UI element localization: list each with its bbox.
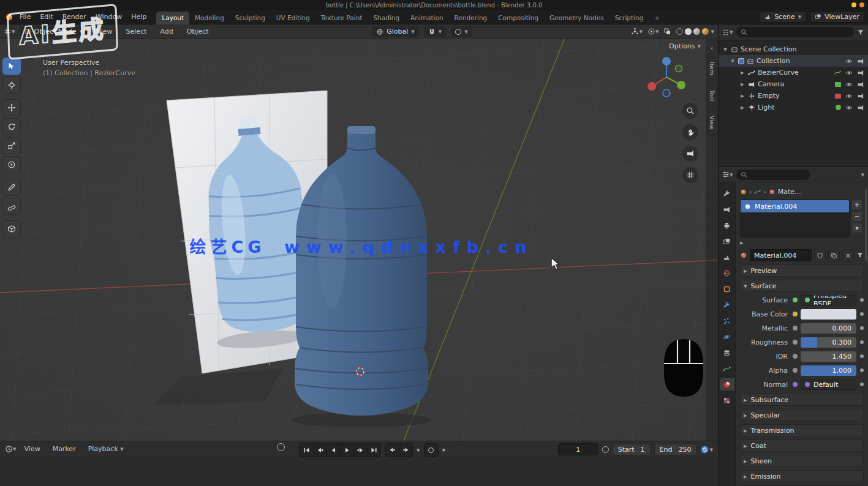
tab-constraints[interactable] <box>720 346 734 359</box>
base-color-swatch[interactable] <box>801 309 856 320</box>
expander-icon[interactable]: ▾ <box>722 45 728 53</box>
properties-scrollbar[interactable] <box>865 189 867 262</box>
tab-view-layer[interactable] <box>720 235 734 247</box>
viewlayer-selector[interactable]: ViewLayer <box>810 11 864 23</box>
material-slot-list[interactable]: Material.004 <box>740 200 850 237</box>
workspace-tab-sculpting[interactable]: Sculpting <box>230 12 271 24</box>
shading-material-button[interactable] <box>693 28 700 35</box>
play-reverse-button[interactable] <box>326 444 340 456</box>
hide-viewport-eye-icon[interactable] <box>845 92 853 100</box>
workspace-tab-animation[interactable]: Animation <box>405 12 449 24</box>
surface-shader-button[interactable]: Principled BSDF <box>801 295 856 305</box>
frame-jump-dropdown[interactable]: ▾ <box>417 446 420 454</box>
hide-viewport-eye-icon[interactable] <box>845 58 853 65</box>
fake-user-button[interactable] <box>814 250 826 261</box>
outliner-row-camera[interactable]: ▸ Camera <box>719 78 868 90</box>
tab-texture[interactable] <box>720 394 734 406</box>
keyframe-insert-icon[interactable] <box>602 446 609 453</box>
panel-emission[interactable]: ▸Emission <box>740 470 864 482</box>
viewport-canvas[interactable]: User Perspective (1) Collection | Bezier… <box>0 39 718 441</box>
tab-render[interactable] <box>720 203 734 215</box>
sidebar-tab-item[interactable]: Item <box>707 57 717 80</box>
window-button-close[interactable] <box>859 2 864 7</box>
viewport-menu-select[interactable]: Select <box>121 26 151 37</box>
alpha-slider[interactable]: 1.000 <box>801 365 856 376</box>
outliner-row-beziercurve[interactable]: ▸ BezierCurve <box>719 67 868 78</box>
frame-forward-button[interactable] <box>399 444 412 456</box>
tab-tool[interactable] <box>720 187 734 200</box>
duplicate-material-button[interactable] <box>828 250 840 261</box>
viewport-menu-object[interactable]: Object <box>183 26 213 37</box>
outliner-filter-icon[interactable] <box>857 29 864 36</box>
disable-render-camera-icon[interactable] <box>857 92 864 100</box>
perspective-toggle-control[interactable] <box>682 167 698 183</box>
prev-keyframe-button[interactable] <box>313 444 326 456</box>
outliner-search[interactable] <box>736 27 854 37</box>
next-keyframe-button[interactable] <box>353 444 367 456</box>
add-workspace-button[interactable]: + <box>649 12 665 24</box>
metallic-slider[interactable]: 0.000 <box>801 323 856 334</box>
panel-coat[interactable]: ▸Coat <box>740 439 864 452</box>
viewport-menu-add[interactable]: Add <box>156 26 177 37</box>
zoom-control[interactable] <box>682 103 698 119</box>
window-button-minimize[interactable] <box>851 2 856 7</box>
material-slot-selected[interactable]: Material.004 <box>741 200 849 212</box>
slot-expand-toggle[interactable]: ▸ <box>740 239 864 247</box>
properties-options-dropdown[interactable]: ▾ <box>861 171 864 179</box>
tab-physics[interactable] <box>720 331 734 343</box>
jump-to-start-button[interactable] <box>300 444 313 456</box>
unlink-material-button[interactable]: × <box>842 250 854 261</box>
show-gizmo-toggle[interactable]: ▾ <box>631 28 643 36</box>
tool-select-box[interactable] <box>2 58 21 75</box>
expander-icon[interactable]: ▸ <box>739 103 745 111</box>
tool-add-primitive[interactable] <box>2 220 21 237</box>
expander-icon[interactable]: ▸ <box>739 80 745 88</box>
workspace-tab-scripting[interactable]: Scripting <box>609 12 649 24</box>
outliner-row-empty[interactable]: ▸ Empty <box>719 90 868 102</box>
scene-selector[interactable]: Scene ▾ <box>760 11 806 23</box>
hide-viewport-eye-icon[interactable] <box>845 69 853 77</box>
properties-search[interactable] <box>736 170 810 180</box>
keying-set-dropdown[interactable]: ▾ <box>442 446 446 454</box>
editor-type-timeline-icon[interactable]: ▾ <box>5 445 17 453</box>
workspace-tab-geometry-nodes[interactable]: Geometry Nodes <box>544 12 609 24</box>
navigation-gizmo[interactable] <box>643 54 690 100</box>
expander-icon[interactable]: ▾ <box>730 57 736 65</box>
normal-input-button[interactable]: Default <box>801 379 856 390</box>
editor-type-outliner-icon[interactable]: ▾ <box>722 28 733 36</box>
material-name-field[interactable]: Material.004 <box>750 249 812 261</box>
transform-orientation-dropdown[interactable]: Global ▾ <box>372 26 419 37</box>
workspace-tab-rendering[interactable]: Rendering <box>449 12 493 24</box>
tab-scene[interactable] <box>720 251 734 263</box>
menu-help[interactable]: Help <box>127 11 151 23</box>
ior-slider[interactable]: 1.450 <box>801 351 856 362</box>
start-frame-field[interactable]: Start 1 <box>613 444 651 455</box>
sidebar-tab-tool[interactable]: Tool <box>707 85 717 106</box>
sync-mode-toggle[interactable]: ▾ <box>700 445 713 454</box>
pan-control[interactable] <box>682 124 698 140</box>
frame-back-button[interactable] <box>385 444 399 456</box>
tab-output[interactable] <box>720 219 734 231</box>
outliner-row-collection[interactable]: ▾ Collection <box>719 55 868 67</box>
outliner-search-input[interactable] <box>750 29 850 36</box>
outliner-row-scene-collection[interactable]: ▾ Scene Collection <box>719 43 868 55</box>
timeline-menu-view[interactable]: View <box>20 443 45 455</box>
tool-transform[interactable] <box>2 156 21 173</box>
keying-set-button[interactable] <box>425 444 438 456</box>
panel-specular[interactable]: ▸Specular <box>740 409 864 421</box>
workspace-tab-texture-paint[interactable]: Texture Paint <box>315 12 368 24</box>
workspace-tab-layout[interactable]: Layout <box>156 12 189 24</box>
hide-viewport-eye-icon[interactable] <box>845 104 853 111</box>
camera-view-control[interactable] <box>682 146 698 162</box>
panel-preview[interactable]: ▸Preview <box>740 264 864 277</box>
tool-move[interactable] <box>2 99 21 116</box>
disable-render-camera-icon[interactable] <box>857 104 864 111</box>
autokey-toggle[interactable] <box>277 443 285 451</box>
show-overlays-toggle[interactable]: ▾ <box>647 28 659 36</box>
expander-icon[interactable]: ▸ <box>739 69 745 77</box>
tool-rotate[interactable] <box>2 118 21 135</box>
proportional-editing-toggle[interactable]: ▾ <box>451 26 472 37</box>
snap-toggle[interactable]: ▾ <box>424 26 447 37</box>
workspace-tab-shading[interactable]: Shading <box>368 12 405 24</box>
timeline-menu-marker[interactable]: Marker <box>48 443 80 455</box>
